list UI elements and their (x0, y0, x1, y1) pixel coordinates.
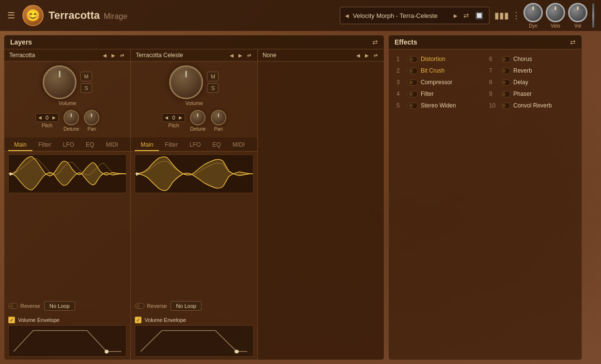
volume-section-2: M S Volume (169, 65, 219, 106)
reverse-toggle-2[interactable]: Reverse (135, 303, 167, 309)
loop-dropdown-2[interactable]: No Loop (171, 301, 202, 311)
mute-btn-2[interactable]: M (207, 72, 219, 81)
velo-knob[interactable] (546, 3, 565, 22)
tab-lfo-2[interactable]: LFO (184, 139, 206, 151)
layer-celeste-next-btn[interactable]: ▶ (237, 52, 244, 59)
effect-reverb: 7 Reverb (485, 65, 578, 76)
pitch-down-1[interactable]: ◀ (38, 115, 42, 120)
envelope-label-1: Volume Envelope (18, 317, 60, 323)
effect-name-reverb[interactable]: Reverb (513, 67, 532, 74)
effects-list: 1 Distortion 6 Chorus 2 Bit Crush 7 (389, 49, 582, 115)
preset-prev-arrow[interactable]: ◀ (344, 12, 350, 19)
effect-name-phaser[interactable]: Phaser (513, 91, 532, 97)
tab-filter-1[interactable]: Filter (32, 139, 57, 151)
envelope-checkbox-2[interactable] (135, 317, 142, 323)
layer-terracotta-body: M S Volume ◀ 0 ▶ (4, 61, 130, 137)
menu-dots-icon[interactable]: ⋮ (512, 10, 521, 21)
pitch-up-2[interactable]: ▶ (179, 115, 182, 120)
detune-knob-1[interactable] (63, 110, 79, 125)
layer-terracotta: Terracotta ◀ ▶ ⇄ M (4, 49, 131, 360)
effect-toggle-2[interactable] (407, 68, 418, 74)
volume-knob-1[interactable] (43, 65, 77, 99)
hamburger-icon[interactable]: ☰ (5, 8, 17, 23)
reverse-toggle-icon-1 (8, 303, 18, 309)
vol-knob-container-2: M S (169, 65, 219, 99)
tab-lfo-1[interactable]: LFO (57, 139, 80, 151)
mute-btn-1[interactable]: M (80, 72, 92, 81)
effect-toggle-3[interactable] (407, 79, 418, 86)
preset-next-arrow[interactable]: ▶ (453, 12, 459, 19)
reverse-toggle-icon-2 (135, 303, 144, 309)
detune-label-1: Detune (63, 126, 79, 132)
dyn-knob[interactable] (523, 3, 543, 22)
effect-num-3: 3 (396, 79, 404, 86)
effect-name-distortion[interactable]: Distortion (421, 56, 445, 62)
effect-distortion: 1 Distortion (393, 53, 485, 65)
effect-toggle-6[interactable] (500, 56, 510, 62)
layer-celeste-shuffle-btn[interactable]: ⇄ (246, 52, 253, 59)
solo-btn-1[interactable]: S (80, 83, 92, 93)
tab-eq-2[interactable]: EQ (206, 139, 226, 151)
layer-next-btn[interactable]: ▶ (110, 52, 117, 59)
shuffle-preset-icon[interactable]: ⇄ (461, 11, 471, 20)
layer-none-shuffle-btn[interactable]: ⇄ (372, 52, 379, 59)
effects-shuffle-icon[interactable]: ⇄ (570, 38, 576, 46)
waveform-play-btn-1[interactable]: ▶ (10, 171, 16, 177)
effect-name-chorus[interactable]: Chorus (513, 56, 532, 62)
layer-none-next-btn[interactable]: ▶ (364, 52, 370, 59)
tab-filter-2[interactable]: Filter (159, 139, 184, 151)
effect-num-8: 8 (489, 79, 497, 86)
effect-name-bitcrush[interactable]: Bit Crush (421, 67, 444, 74)
effect-bitcrush: 2 Bit Crush (393, 65, 485, 76)
velo-knob-group: Velo (546, 3, 565, 29)
pan-knob-2[interactable] (211, 110, 226, 125)
effect-filter: 4 Filter (393, 88, 485, 100)
pitch-stepper-2[interactable]: ◀ 0 ▶ (162, 113, 185, 122)
envelope-graph-2 (135, 325, 253, 357)
tab-main-1[interactable]: Main (8, 139, 32, 151)
effect-toggle-7[interactable] (500, 68, 510, 74)
logo: 😊 (22, 5, 44, 26)
vol-knob[interactable] (568, 3, 587, 22)
controls-row-1: ◀ 0 ▶ Pitch Detune (8, 110, 127, 132)
envelope-checkbox-1[interactable] (8, 317, 15, 323)
pitch-down-2[interactable]: ◀ (165, 115, 168, 120)
effect-toggle-1[interactable] (407, 56, 418, 62)
tab-main-2[interactable]: Main (135, 139, 159, 151)
reverse-toggle-1[interactable]: Reverse (8, 303, 40, 309)
top-bar: ☰ 😊 Terracotta Mirage ◀ Velocity Morph -… (0, 0, 601, 31)
pan-label-1: Pan (87, 126, 96, 132)
pitch-up-1[interactable]: ▶ (52, 115, 56, 120)
loop-dropdown-1[interactable]: No Loop (44, 301, 75, 311)
preset-name: Velocity Morph - Terra-Celeste (353, 12, 450, 19)
detune-knob-2[interactable] (190, 110, 206, 125)
pan-knob-1[interactable] (84, 110, 99, 125)
volume-knob-2[interactable] (169, 65, 203, 99)
layer-none-prev-btn[interactable]: ◀ (355, 52, 362, 59)
effect-name-delay[interactable]: Delay (513, 79, 528, 86)
layers-shuffle-icon[interactable]: ⇄ (372, 38, 378, 46)
effect-name-convolreverb[interactable]: Convol Reverb (513, 102, 552, 109)
effect-name-compressor[interactable]: Compressor (421, 79, 452, 86)
effect-name-stereowiden[interactable]: Stereo Widen (421, 102, 456, 109)
effect-toggle-5[interactable] (407, 103, 418, 109)
effect-toggle-9[interactable] (500, 91, 510, 97)
tab-eq-1[interactable]: EQ (80, 139, 100, 151)
effect-toggle-10[interactable] (500, 103, 510, 109)
effect-toggle-4[interactable] (407, 91, 418, 97)
tab-midi-1[interactable]: MIDI (100, 139, 124, 151)
preset-selector[interactable]: ◀ Velocity Morph - Terra-Celeste ▶ ⇄ 🔲 (340, 7, 490, 24)
effect-toggle-8[interactable] (500, 79, 510, 86)
layer-shuffle-btn[interactable]: ⇄ (119, 52, 126, 59)
solo-btn-2[interactable]: S (207, 83, 219, 93)
layer-celeste-prev-btn[interactable]: ◀ (228, 52, 235, 59)
pitch-stepper-1[interactable]: ◀ 0 ▶ (35, 113, 59, 122)
ms-buttons-1: M S (80, 72, 92, 93)
effect-name-filter[interactable]: Filter (421, 91, 434, 97)
layer-prev-btn[interactable]: ◀ (101, 52, 108, 59)
tab-midi-2[interactable]: MIDI (227, 139, 251, 151)
bars-icon[interactable]: ▮▮▮ (494, 10, 509, 21)
effect-convolreverb: 10 Convol Reverb (485, 100, 578, 111)
save-preset-icon[interactable]: 🔲 (473, 11, 485, 20)
waveform-play-btn-2[interactable]: ▶ (136, 171, 142, 177)
